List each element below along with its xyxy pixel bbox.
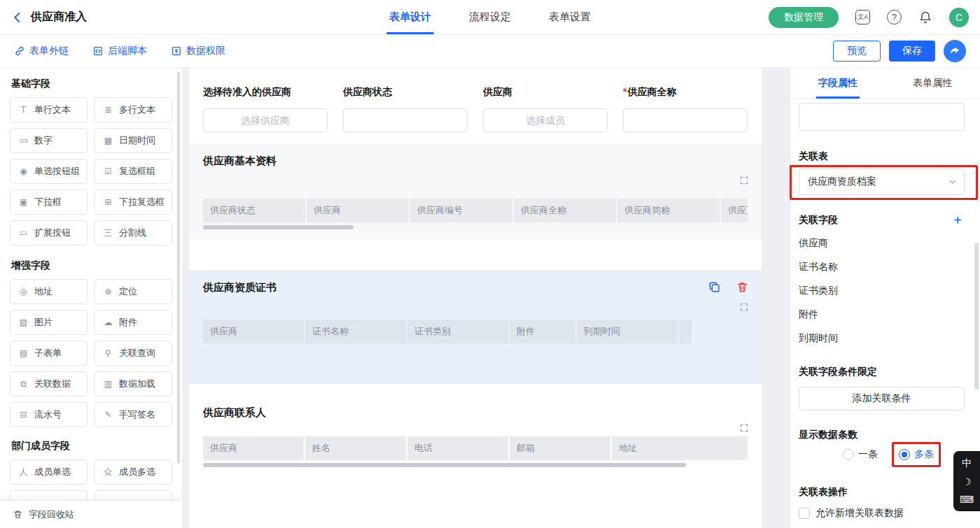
field-supplier-full-name[interactable]: *供应商全称 (623, 86, 748, 132)
field-select-pending-supplier[interactable]: 选择待准入的供应商 (203, 86, 328, 132)
expand-icon[interactable] (739, 423, 749, 433)
block-supplier-contacts[interactable]: 供应商联系人 供应商 姓名 电话 邮箱 地址 (189, 395, 762, 477)
moon-icon[interactable]: ☽ (962, 476, 972, 487)
field-button-datetime[interactable]: ▦日期时间 (94, 128, 172, 153)
field-button-member-single[interactable]: 人成员单选 (10, 459, 88, 485)
field-button-multi-select[interactable]: ⊞下拉复选框 (94, 190, 172, 215)
backend-script-link[interactable]: 后端脚本 (92, 45, 147, 57)
form-external-link[interactable]: 表单外链 (14, 45, 69, 57)
block-supplier-basic-info[interactable]: 供应商基本资料 供应商状态 供应商 供应商编号 供应商全称 供应商简称 供应产 (189, 143, 762, 239)
field-button-attachment[interactable]: ☁附件 (94, 310, 172, 335)
required-mark: * (623, 86, 626, 97)
avatar[interactable]: C (949, 8, 969, 27)
expand-icon[interactable] (739, 176, 749, 185)
tab-field-properties[interactable]: 字段属性 (790, 68, 886, 98)
tab-form-settings[interactable]: 表单设置 (549, 0, 591, 34)
translate-icon[interactable]: 文A (855, 10, 870, 24)
field-supplier-status[interactable]: 供应商状态 (343, 86, 468, 132)
field-button-related-data[interactable]: ⧉关联数据 (10, 371, 88, 397)
field-library-sidebar: 基础字段 T单行文本 ≣多行文本 123数字 ▦日期时间 ◉单选按钮组 ☑复选框… (0, 68, 182, 528)
copy-icon[interactable] (706, 278, 722, 295)
table-header-cell: 供应商全称 (514, 199, 616, 222)
toolbar-actions: 预览 保存 (833, 40, 966, 62)
topbar: 供应商准入 表单设计 流程设定 表单设置 数据管理 文A ? C (0, 0, 980, 35)
panel-scrollbar[interactable] (974, 243, 979, 390)
field-supplier[interactable]: 供应商 (483, 86, 608, 132)
select-supplier-input[interactable] (203, 108, 328, 132)
related-field-item[interactable]: 证书名称 (799, 261, 965, 275)
field-recycle-bin[interactable]: 字段回收站 (0, 500, 182, 528)
field-button-member-multi[interactable]: 众成员多选 (94, 459, 172, 485)
radio-one-record[interactable]: 一条 (843, 448, 878, 461)
table-header-cell: 证书类别 (407, 320, 508, 343)
field-button-label: 关联查询 (119, 347, 155, 359)
field-button-signature[interactable]: ✎手写签名 (94, 402, 172, 427)
field-button-checkbox-group[interactable]: ☑复选框组 (94, 159, 172, 184)
field-button-number[interactable]: 123数字 (10, 128, 88, 153)
preview-button[interactable]: 预览 (833, 41, 881, 62)
select-member-input[interactable] (483, 108, 608, 132)
location-icon: ⊕ (102, 287, 114, 297)
radio-multiple-records[interactable]: 多条 (899, 448, 934, 461)
supplier-full-name-input[interactable] (623, 108, 748, 132)
field-button-label: 地址 (34, 285, 52, 298)
tab-form-design[interactable]: 表单设计 (389, 0, 431, 34)
share-button[interactable] (944, 40, 966, 62)
help-icon[interactable]: ? (887, 10, 902, 24)
lock-icon (171, 45, 182, 57)
related-field-item[interactable]: 到期时间 (799, 332, 965, 346)
bell-icon[interactable] (918, 10, 932, 24)
field-button-data-load[interactable]: ▥数据加载 (94, 371, 172, 397)
field-button-select[interactable]: ▣下拉框 (10, 190, 88, 215)
field-button-single-line-text[interactable]: T单行文本 (10, 97, 88, 122)
form-card: 选择待准入的供应商 供应商状态 供应商 *供应商全称 (189, 68, 762, 528)
related-field-item[interactable]: 供应商 (799, 237, 965, 251)
field-button-multi-line-text[interactable]: ≣多行文本 (94, 97, 172, 122)
ime-language-toggle[interactable]: 中 (962, 457, 972, 470)
sidebar-scrollbar[interactable] (177, 72, 180, 464)
data-permission-link[interactable]: 数据权限 (171, 45, 225, 57)
basic-fields-grid: T单行文本 ≣多行文本 123数字 ▦日期时间 ◉单选按钮组 ☑复选框组 ▣下拉… (10, 97, 172, 245)
horizontal-scrollbar[interactable] (203, 463, 686, 467)
expand-icon[interactable] (739, 302, 749, 312)
related-field-item[interactable]: 附件 (799, 308, 965, 322)
related-fields-label: 关联字段 (799, 214, 838, 227)
field-button-radio-group[interactable]: ◉单选按钮组 (10, 159, 88, 184)
add-related-field-icon[interactable]: + (951, 213, 965, 227)
field-button-location[interactable]: ⊕定位 (94, 279, 172, 304)
related-field-item[interactable]: 证书类别 (799, 285, 965, 299)
field-name-input[interactable] (799, 103, 965, 131)
field-button-extend-button[interactable]: ▭扩展按钮 (10, 220, 88, 245)
condition-label: 关联字段条件限定 (799, 366, 965, 378)
supplier-status-input[interactable] (343, 108, 468, 132)
tab-form-properties[interactable]: 表单属性 (886, 68, 980, 98)
field-button-label: 扩展按钮 (34, 227, 71, 239)
save-button[interactable]: 保存 (889, 41, 935, 62)
block-supplier-certificates[interactable]: 供应商资质证书 供应商 证书名称 (189, 270, 762, 384)
field-button-serial-number[interactable]: ⊟流水号 (10, 402, 88, 427)
related-table-dropdown[interactable]: 供应商资质档案 (799, 169, 965, 195)
delete-icon[interactable] (734, 278, 750, 295)
allow-add-related-row[interactable]: 允许新增关联表数据 (799, 507, 965, 520)
field-button-subform[interactable]: ▤子表单 (10, 341, 88, 366)
keyboard-icon[interactable]: ⌨ (960, 494, 974, 505)
field-button-related-query[interactable]: ⚲关联查询 (94, 341, 172, 366)
horizontal-scrollbar[interactable] (203, 225, 354, 229)
people-icon: 众 (102, 466, 114, 478)
form-external-link-label: 表单外链 (29, 45, 69, 57)
radio-label: 一条 (858, 448, 878, 461)
tab-flow-settings[interactable]: 流程设定 (469, 0, 511, 34)
field-button-label: 图片 (34, 316, 52, 329)
table-header-cell: 邮箱 (510, 436, 610, 460)
radio-icon: ◉ (18, 166, 29, 176)
multi-select-icon: ⊞ (102, 197, 114, 207)
field-button-divider[interactable]: 三分割线 (94, 220, 172, 245)
back-button[interactable] (11, 11, 24, 24)
select-icon: ▣ (18, 197, 29, 207)
field-button-image[interactable]: ▧图片 (10, 310, 88, 335)
related-fields-header: 关联字段 + (799, 213, 965, 227)
checkbox-icon: ☑ (102, 166, 114, 176)
add-condition-button[interactable]: 添加关联条件 (799, 387, 965, 411)
field-button-address[interactable]: ◎地址 (10, 279, 88, 304)
data-manage-button[interactable]: 数据管理 (769, 7, 839, 28)
